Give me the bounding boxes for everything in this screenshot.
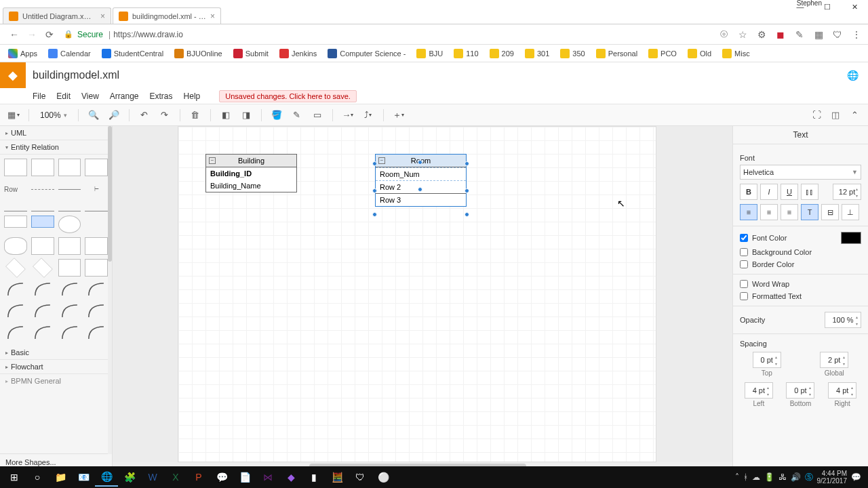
shape-rect-4[interactable] [58, 259, 81, 277]
to-back-icon[interactable]: ◨ [238, 107, 254, 123]
window-maximize[interactable]: ☐ [814, 0, 841, 14]
spacing-top-input[interactable]: 0 pt▴▾ [753, 352, 781, 368]
word-icon[interactable]: W [141, 468, 164, 487]
entity-building[interactable]: −Building Building_ID Building_Name [205, 154, 297, 192]
zoom-in-icon[interactable]: 🔍 [85, 107, 102, 123]
vs-icon[interactable]: ⋈ [256, 468, 279, 487]
spacing-left-input[interactable]: 4 pt▴▾ [745, 382, 773, 399]
shape-table[interactable] [4, 159, 27, 176]
italic-button[interactable]: I [760, 184, 778, 200]
ext-icon-3[interactable]: ✎ [793, 28, 806, 41]
selection-handle[interactable] [465, 161, 469, 166]
spacing-global-input[interactable]: 2 pt▴▾ [820, 352, 848, 368]
entity-row[interactable]: Building_ID [206, 167, 296, 180]
font-color-checkbox[interactable] [740, 234, 748, 242]
shape-diamond-1[interactable] [5, 258, 26, 278]
insert-icon[interactable]: ＋▾ [391, 107, 407, 123]
shape-line-3[interactable] [58, 211, 81, 211]
bookmark-calendar[interactable]: Calendar [45, 47, 94, 60]
star-icon[interactable]: ☆ [736, 28, 749, 41]
shape-curve-7[interactable] [58, 302, 81, 320]
palette-scrollbar[interactable] [108, 126, 112, 262]
to-front-icon[interactable]: ◧ [218, 107, 234, 123]
shape-curve-1[interactable] [4, 281, 27, 298]
bookmark-apps[interactable]: Apps [5, 47, 40, 60]
shape-table-4[interactable] [85, 159, 108, 176]
shape-curve-2[interactable] [31, 281, 54, 298]
calc-icon[interactable]: 🧮 [326, 468, 349, 487]
shape-curve-11[interactable] [58, 324, 81, 342]
ext-icon-4[interactable]: ▦ [812, 28, 825, 41]
fullscreen-icon[interactable]: ⛶ [808, 107, 825, 123]
palette-bpmn[interactable]: BPMN General [0, 374, 112, 388]
bookmark-209[interactable]: 209 [487, 47, 517, 60]
bookmark-jenkins[interactable]: Jenkins [277, 47, 319, 60]
selection-handle[interactable] [465, 188, 469, 193]
window-close[interactable]: ✕ [841, 0, 868, 14]
shape-curve-6[interactable] [31, 302, 54, 320]
align-center-button[interactable]: ≡ [760, 204, 778, 220]
palette-entity-relation[interactable]: Entity Relation [0, 140, 112, 155]
word-wrap-checkbox[interactable] [740, 280, 748, 288]
tray-notifications-icon[interactable]: 💬 [851, 472, 861, 482]
shape-dashline[interactable] [31, 189, 54, 190]
shape-circle[interactable] [58, 216, 81, 233]
bookmark-studentcentral[interactable]: StudentCentral [99, 47, 166, 60]
browser-tab-active[interactable]: buildingmodel.xml - dra × [113, 7, 221, 24]
palette-uml[interactable]: UML [0, 126, 112, 140]
selection-handle[interactable] [418, 187, 422, 192]
collapse-icon[interactable]: ⌃ [846, 107, 863, 123]
close-icon[interactable]: × [210, 12, 215, 21]
translate-icon[interactable]: ⦾ [717, 28, 730, 41]
underline-button[interactable]: U [781, 184, 798, 200]
shape-curve-3[interactable] [58, 281, 81, 298]
opacity-input[interactable]: 100 %▴▾ [825, 312, 861, 328]
language-icon[interactable]: 🌐 [847, 70, 859, 81]
connection-icon[interactable]: →▾ [340, 107, 356, 123]
shape-curve-9[interactable] [4, 324, 27, 342]
bookmark-cs[interactable]: Computer Science - [325, 47, 408, 60]
bookmark-301[interactable]: 301 [522, 47, 552, 60]
entity-row[interactable]: Room_Num [376, 167, 466, 180]
bookmark-110[interactable]: 110 [451, 47, 481, 60]
terminal-icon[interactable]: ▮ [302, 468, 326, 487]
shape-table-2[interactable] [31, 159, 54, 176]
bookmark-pco[interactable]: PCO [646, 47, 679, 60]
fill-color-icon[interactable]: 🪣 [269, 107, 285, 123]
undo-icon[interactable]: ↶ [136, 107, 153, 123]
zoom-out-icon[interactable]: 🔎 [106, 107, 122, 123]
font-size-input[interactable]: 12 pt▴▾ [833, 184, 861, 200]
close-icon[interactable]: × [100, 12, 105, 21]
collapse-icon[interactable]: − [378, 157, 385, 164]
shape-cloud[interactable] [4, 237, 27, 255]
chrome-menu-icon[interactable]: ⋮ [850, 28, 863, 41]
unsaved-warning[interactable]: Unsaved changes. Click here to save. [219, 90, 357, 102]
menu-edit[interactable]: Edit [56, 92, 71, 101]
zoom-dropdown[interactable]: 100%▾ [36, 110, 71, 120]
ext-icon-1[interactable]: ⚙ [755, 28, 768, 41]
shape-curve-4[interactable] [85, 281, 108, 298]
format-tab-text[interactable]: Text [733, 126, 868, 144]
tray-bluetooth-icon[interactable]: ᚼ [743, 472, 748, 482]
nav-reload[interactable]: ⟳ [42, 27, 57, 42]
selection-handle[interactable] [372, 188, 377, 193]
palette-basic[interactable]: Basic [0, 346, 112, 360]
outlook-icon[interactable]: 📧 [72, 468, 95, 487]
align-left-button[interactable]: ≡ [740, 204, 757, 220]
tray-onedrive-icon[interactable]: ☁ [752, 472, 760, 482]
vs2-icon[interactable]: ◆ [279, 468, 302, 487]
shape-small-1[interactable] [4, 216, 27, 228]
tray-clock[interactable]: 4:44 PM 9/21/2017 [817, 470, 848, 485]
font-family-select[interactable]: Helvetica▼ [740, 165, 861, 180]
font-color-swatch[interactable] [841, 232, 861, 244]
bookmark-submit[interactable]: Submit [231, 47, 271, 60]
bookmark-old[interactable]: Old [685, 47, 714, 60]
shape-line-1[interactable] [4, 211, 27, 211]
selection-handle[interactable] [372, 161, 377, 166]
bookmark-bju[interactable]: BJU [414, 47, 446, 60]
entity-row[interactable]: Building_Name [206, 180, 296, 192]
shape-curve-8[interactable] [85, 302, 108, 320]
shape-small-2[interactable] [31, 216, 54, 228]
shape-curve-5[interactable] [4, 302, 27, 320]
shape-line-2[interactable] [31, 211, 54, 211]
